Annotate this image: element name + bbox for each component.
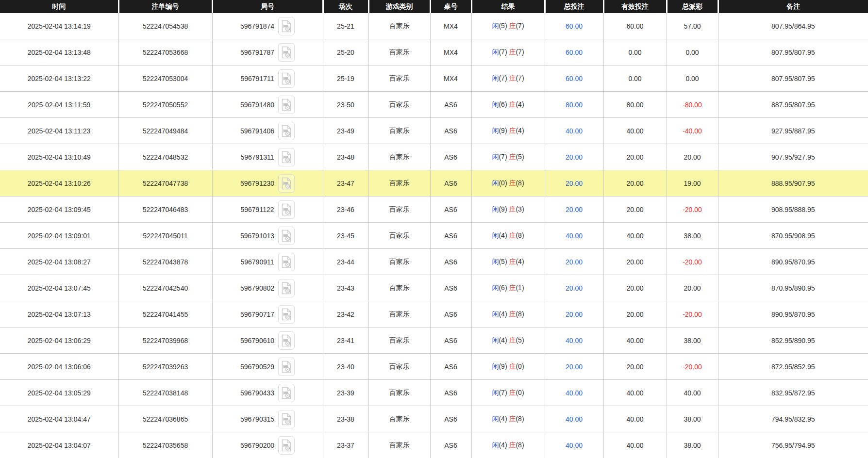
video-replay-button[interactable]: [278, 305, 295, 324]
cell-valid_bet: 60.00: [603, 13, 667, 39]
cell-payout: 38.00: [667, 223, 718, 249]
result-banker-label: 庄: [509, 362, 516, 370]
cell-bet_id: 522247035658: [118, 432, 212, 458]
video-replay-button[interactable]: [278, 253, 295, 271]
table-row[interactable]: 2025-02-04 13:07:13522247041455596790717…: [0, 301, 868, 327]
cell-game_type: 百家乐: [368, 118, 430, 144]
round-number: 596791711: [240, 75, 274, 82]
result-banker-value: (0): [516, 362, 524, 370]
table-row[interactable]: 2025-02-04 13:11:23522247049484596791406…: [0, 118, 868, 144]
cell-result: 闲(7) 庄(7): [471, 65, 545, 92]
video-file-icon: [281, 203, 292, 216]
cell-session: 23-44: [323, 249, 368, 275]
table-row[interactable]: 2025-02-04 13:08:27522247043878596790911…: [0, 249, 868, 275]
video-replay-button[interactable]: [278, 200, 295, 219]
video-replay-button[interactable]: [278, 279, 295, 297]
video-replay-button[interactable]: [278, 384, 295, 402]
table-row[interactable]: 2025-02-04 13:05:29522247038148596790433…: [0, 380, 868, 406]
cell-result: 闲(4) 庄(8): [471, 432, 545, 458]
cell-time: 2025-02-04 13:06:29: [0, 327, 118, 354]
table-row[interactable]: 2025-02-04 13:10:49522247048532596791311…: [0, 144, 868, 170]
cell-result: 闲(5) 庄(7): [471, 13, 545, 39]
video-replay-button[interactable]: [278, 174, 295, 193]
result-player-label: 闲: [492, 231, 499, 239]
table-row[interactable]: 2025-02-04 13:09:45522247046483596791122…: [0, 196, 868, 223]
result-banker-label: 庄: [509, 153, 516, 161]
result-player-label: 闲: [492, 441, 499, 449]
video-replay-button[interactable]: [278, 148, 295, 166]
cell-time: 2025-02-04 13:08:27: [0, 249, 118, 275]
cell-table_id: AS6: [430, 92, 471, 118]
cell-session: 25-19: [323, 65, 368, 92]
round-number: 596790529: [240, 363, 274, 371]
video-replay-button[interactable]: [278, 410, 295, 428]
video-replay-button[interactable]: [278, 69, 295, 88]
video-file-icon: [281, 334, 292, 347]
table-row[interactable]: 2025-02-04 13:07:45522247042540596790802…: [0, 275, 868, 301]
video-file-icon: [281, 387, 292, 399]
result-banker-value: (4): [516, 258, 524, 265]
cell-round_id: 596791874: [212, 13, 323, 39]
result-player-value: (9): [499, 127, 509, 134]
cell-payout: 57.00: [667, 13, 718, 39]
cell-table_id: AS6: [430, 170, 471, 196]
result-banker-label: 庄: [509, 22, 516, 30]
cell-bet_id: 522247053004: [118, 65, 212, 92]
result-banker-label: 庄: [509, 179, 516, 187]
round-number: 596790802: [240, 284, 274, 292]
result-banker-label: 庄: [509, 100, 516, 108]
table-row[interactable]: 2025-02-04 13:13:22522247053004596791711…: [0, 65, 868, 92]
cell-table_id: AS6: [430, 327, 471, 354]
cell-round_id: 596790802: [212, 275, 323, 301]
cell-session: 23-49: [323, 118, 368, 144]
round-number: 596791311: [240, 153, 274, 161]
video-replay-button[interactable]: [278, 43, 295, 62]
table-row[interactable]: 2025-02-04 13:10:26522247047738596791230…: [0, 170, 868, 196]
video-replay-button[interactable]: [278, 436, 295, 455]
table-row[interactable]: 2025-02-04 13:09:01522247045011596791013…: [0, 223, 868, 249]
cell-total_bet: 20.00: [545, 144, 603, 170]
video-file-icon: [281, 20, 292, 33]
result-banker-label: 庄: [509, 48, 516, 56]
table-row[interactable]: 2025-02-04 13:13:48522247053668596791787…: [0, 39, 868, 65]
cell-game_type: 百家乐: [368, 13, 430, 39]
video-replay-button[interactable]: [278, 17, 295, 35]
result-player-label: 闲: [492, 153, 499, 161]
cell-table_id: AS6: [430, 223, 471, 249]
video-file-icon: [281, 125, 292, 137]
table-row[interactable]: 2025-02-04 13:06:29522247039968596790610…: [0, 327, 868, 354]
cell-remark: 888.95/907.95: [718, 170, 868, 196]
cell-round_id: 596790200: [212, 432, 323, 458]
video-replay-button[interactable]: [278, 331, 295, 350]
cell-table_id: AS6: [430, 432, 471, 458]
video-replay-button[interactable]: [278, 227, 295, 245]
table-row[interactable]: 2025-02-04 13:06:06522247039263596790529…: [0, 354, 868, 380]
cell-valid_bet: 20.00: [603, 275, 667, 301]
result-banker-value: (1): [516, 284, 524, 292]
cell-payout: 19.00: [667, 170, 718, 196]
cell-time: 2025-02-04 13:10:26: [0, 170, 118, 196]
cell-remark: 890.95/870.95: [718, 249, 868, 275]
column-header-payout: 总派彩: [667, 0, 718, 13]
cell-valid_bet: 20.00: [603, 196, 667, 223]
cell-session: 23-37: [323, 432, 368, 458]
result-player-label: 闲: [492, 310, 499, 318]
table-row[interactable]: 2025-02-04 13:11:59522247050552596791480…: [0, 92, 868, 118]
video-replay-button[interactable]: [278, 96, 295, 114]
result-banker-label: 庄: [509, 231, 516, 239]
table-row[interactable]: 2025-02-04 13:04:47522247036865596790315…: [0, 406, 868, 432]
table-row[interactable]: 2025-02-04 13:04:07522247035658596790200…: [0, 432, 868, 458]
video-replay-button[interactable]: [278, 122, 295, 140]
cell-valid_bet: 20.00: [603, 354, 667, 380]
cell-round_id: 596791406: [212, 118, 323, 144]
cell-valid_bet: 20.00: [603, 170, 667, 196]
cell-session: 23-45: [323, 223, 368, 249]
cell-table_id: AS6: [430, 196, 471, 223]
cell-remark: 756.95/794.95: [718, 432, 868, 458]
cell-bet_id: 522247047738: [118, 170, 212, 196]
cell-round_id: 596791311: [212, 144, 323, 170]
table-row[interactable]: 2025-02-04 13:14:19522247054538596791874…: [0, 13, 868, 39]
cell-valid_bet: 20.00: [603, 301, 667, 327]
video-replay-button[interactable]: [278, 358, 295, 376]
cell-payout: 0.00: [667, 39, 718, 65]
